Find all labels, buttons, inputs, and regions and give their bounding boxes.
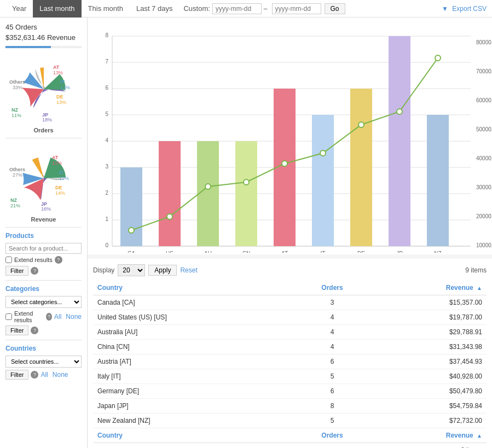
progress-bar-container bbox=[5, 46, 82, 48]
svg-point-63 bbox=[205, 184, 211, 189]
cell-country: United States (US) [US] bbox=[93, 310, 293, 325]
svg-text:CN: CN bbox=[242, 251, 250, 253]
svg-text:Others: Others bbox=[9, 79, 25, 85]
cell-orders: 5 bbox=[293, 369, 371, 384]
svg-point-67 bbox=[358, 122, 364, 127]
tfoot-orders[interactable]: Orders bbox=[293, 428, 371, 443]
svg-text:AT: AT bbox=[281, 251, 288, 253]
tab-this-month[interactable]: This month bbox=[82, 0, 130, 18]
categories-filter-button[interactable]: Filter bbox=[5, 325, 28, 335]
svg-text:DE: DE bbox=[357, 251, 365, 253]
countries-none-link[interactable]: None bbox=[53, 371, 68, 379]
countries-select[interactable]: Select countries... bbox=[5, 356, 82, 368]
product-search-input[interactable] bbox=[5, 243, 82, 254]
cell-country: Australia [AU] bbox=[93, 325, 293, 340]
svg-text:0: 0 bbox=[105, 242, 108, 248]
th-country[interactable]: Country bbox=[93, 281, 293, 295]
extend-categories-help-icon[interactable]: ? bbox=[46, 313, 52, 321]
svg-text:6: 6 bbox=[105, 85, 108, 91]
categories-filter-row: Filter ? bbox=[5, 325, 82, 335]
svg-point-66 bbox=[320, 150, 326, 156]
svg-point-64 bbox=[244, 179, 249, 185]
svg-text:1: 1 bbox=[105, 216, 108, 222]
svg-text:7: 7 bbox=[105, 59, 108, 65]
table-row: China [CN] 4 $31,343.98 bbox=[93, 340, 487, 354]
orders-pie-chart: AT 13% IT 11% DE 13% JP 18% NZ 11% Other… bbox=[8, 54, 79, 125]
countries-all-link[interactable]: All bbox=[40, 371, 48, 379]
svg-point-69 bbox=[435, 55, 441, 61]
svg-rect-53 bbox=[159, 141, 181, 246]
sidebar: 45 Orders $352,631.46 Revenue bbox=[0, 18, 88, 448]
svg-text:Others: Others bbox=[9, 167, 25, 172]
countries-filter-help-icon[interactable]: ? bbox=[31, 371, 38, 379]
cell-orders: 4 bbox=[293, 325, 371, 340]
tab-last-7-days[interactable]: Last 7 days bbox=[130, 0, 180, 18]
date-start-input[interactable] bbox=[212, 3, 262, 14]
reset-button[interactable]: Reset bbox=[180, 266, 197, 274]
extend-products-checkbox[interactable] bbox=[5, 257, 12, 263]
table-row: New Zealand [NZ] 5 $72,732.00 bbox=[93, 414, 487, 428]
export-csv-link[interactable]: ▼ Export CSV bbox=[442, 5, 487, 13]
tfoot-country[interactable]: Country bbox=[93, 428, 293, 443]
svg-text:5: 5 bbox=[105, 111, 108, 117]
svg-text:12%: 12% bbox=[59, 176, 69, 181]
countries-section-title: Countries bbox=[5, 345, 82, 352]
svg-text:33%: 33% bbox=[13, 85, 22, 90]
content-area: 0 1 2 3 4 5 6 7 8 10000.00 20000.00 3000… bbox=[88, 18, 492, 448]
display-label: Display bbox=[93, 266, 114, 274]
display-select[interactable]: 20 bbox=[118, 264, 145, 276]
extend-categories-label: Extend results bbox=[14, 310, 44, 323]
svg-text:18%: 18% bbox=[42, 117, 52, 123]
svg-rect-60 bbox=[427, 115, 449, 246]
categories-all-link[interactable]: All bbox=[54, 313, 61, 321]
cell-country: Germany [DE] bbox=[93, 384, 293, 399]
cell-country: Canada [CA] bbox=[93, 295, 293, 310]
th-revenue[interactable]: Revenue ▲ bbox=[371, 281, 487, 295]
cell-country: China [CN] bbox=[93, 340, 293, 354]
products-filter-help-icon[interactable]: ? bbox=[31, 267, 38, 275]
categories-section-title: Categories bbox=[5, 285, 82, 293]
svg-text:JP: JP bbox=[396, 251, 403, 253]
svg-rect-54 bbox=[197, 141, 219, 246]
sort-arrow-icon: ▲ bbox=[477, 285, 482, 291]
extend-categories-checkbox[interactable] bbox=[5, 313, 12, 320]
th-orders[interactable]: Orders bbox=[293, 281, 371, 295]
categories-none-link[interactable]: None bbox=[66, 313, 82, 321]
svg-text:70000.00: 70000.00 bbox=[476, 68, 492, 74]
go-button[interactable]: Go bbox=[325, 3, 345, 14]
table-row: Austria [AT] 6 $37,454.93 bbox=[93, 354, 487, 369]
svg-text:3: 3 bbox=[105, 164, 108, 170]
products-filter-button[interactable]: Filter bbox=[5, 266, 28, 276]
extend-products-help-icon[interactable]: ? bbox=[55, 256, 62, 264]
tfoot-revenue[interactable]: Revenue ▲ bbox=[371, 428, 487, 443]
categories-select[interactable]: Select categories... bbox=[5, 296, 82, 308]
table-row: Italy [IT] 5 $40,928.00 bbox=[93, 369, 487, 384]
table-row: Canada [CA] 3 $15,357.00 bbox=[93, 295, 487, 310]
svg-rect-52 bbox=[120, 167, 142, 246]
products-section-title: Products bbox=[5, 232, 82, 240]
tab-year[interactable]: Year bbox=[5, 0, 33, 18]
cell-revenue: $31,343.98 bbox=[371, 340, 487, 354]
svg-text:50000.00: 50000.00 bbox=[476, 126, 492, 132]
tab-last-month[interactable]: Last month bbox=[33, 0, 81, 18]
footer-items-count: 9 items bbox=[93, 443, 487, 449]
countries-filter-row: Filter ? All None bbox=[5, 370, 82, 380]
svg-text:NZ: NZ bbox=[10, 197, 17, 203]
svg-text:8: 8 bbox=[105, 32, 108, 38]
svg-point-68 bbox=[397, 109, 402, 114]
cell-country: Japan [JP] bbox=[93, 399, 293, 414]
cell-revenue: $19,787.00 bbox=[371, 310, 487, 325]
extend-categories-row: Extend results ? All None bbox=[5, 310, 82, 323]
revenue-stat: $352,631.46 Revenue bbox=[5, 33, 82, 42]
apply-button[interactable]: Apply bbox=[148, 265, 177, 276]
cell-country: Italy [IT] bbox=[93, 369, 293, 384]
svg-text:CA: CA bbox=[128, 251, 135, 253]
cell-orders: 6 bbox=[293, 384, 371, 399]
data-table: Country Orders Revenue ▲ Canada [CA] 3 bbox=[93, 281, 487, 448]
date-end-input[interactable] bbox=[272, 3, 321, 14]
svg-text:20000.00: 20000.00 bbox=[476, 213, 492, 219]
cell-orders: 4 bbox=[293, 310, 371, 325]
countries-filter-button[interactable]: Filter bbox=[5, 370, 28, 380]
date-separator: – bbox=[264, 5, 268, 13]
categories-filter-help-icon[interactable]: ? bbox=[31, 327, 38, 334]
